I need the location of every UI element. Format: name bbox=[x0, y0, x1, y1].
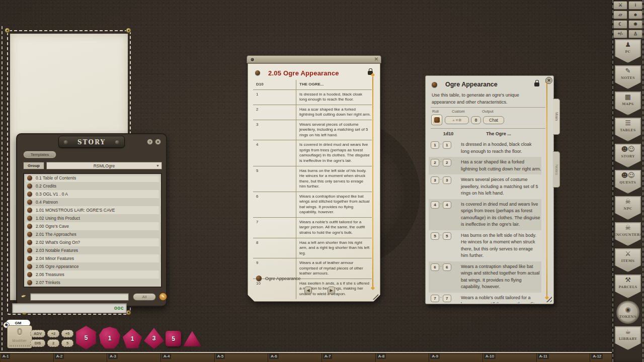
story-list-item[interactable]: 2.06 Treasures bbox=[24, 270, 161, 279]
quick-button-5[interactable]: 5 bbox=[61, 339, 73, 347]
story-list-item[interactable]: 2.01 The Approaches bbox=[24, 230, 161, 238]
story-list-item[interactable]: 0.4 Patreon bbox=[24, 198, 161, 206]
story-list-item[interactable]: 2.00 Ogre's Cave bbox=[24, 222, 161, 230]
hotkey-slot[interactable]: A-3 bbox=[107, 353, 161, 362]
hotkey-slot[interactable]: A-11 bbox=[537, 353, 591, 362]
d8-die[interactable]: 3 bbox=[144, 328, 164, 349]
edit-button[interactable]: ✎ bbox=[159, 293, 167, 301]
sidebar-button-tokens[interactable]: ◉TOKENS bbox=[616, 301, 639, 324]
range-to-chip[interactable]: 1 bbox=[443, 141, 451, 149]
hotkey-slot[interactable]: A-10 bbox=[483, 353, 537, 362]
ooc-mode-tag[interactable]: ooc bbox=[114, 305, 124, 311]
d6-die[interactable]: 5 bbox=[166, 331, 181, 346]
previous-page-button[interactable]: ◀ bbox=[304, 287, 312, 294]
hotkey-slot[interactable]: A-7 bbox=[322, 353, 376, 362]
help-button[interactable]: ? bbox=[147, 139, 153, 145]
table-row[interactable]: 5-5Has burns on the left side of his bod… bbox=[429, 230, 541, 261]
link-sphere-icon[interactable] bbox=[432, 82, 437, 87]
d20-die[interactable]: 5 bbox=[74, 326, 98, 349]
hotkey-slot[interactable]: A-5 bbox=[215, 353, 269, 362]
character-button[interactable]: ♙ bbox=[628, 30, 642, 38]
custom-dice-buttons[interactable]: ▲■⬟ bbox=[445, 116, 469, 124]
next-page-button[interactable]: ▶ bbox=[328, 287, 335, 294]
resize-grip[interactable] bbox=[371, 293, 378, 300]
range-to-chip[interactable]: 2 bbox=[443, 159, 451, 166]
quick-button-plus5[interactable]: +5 bbox=[61, 330, 73, 337]
range-to-chip[interactable]: 7 bbox=[443, 295, 451, 302]
sidebar-button-parcels[interactable]: ⚒PARCELS bbox=[615, 275, 641, 298]
hotkey-slot[interactable]: A-2 bbox=[54, 353, 108, 362]
story-list-item[interactable]: 2.03 Notable Features bbox=[24, 246, 161, 254]
story-list-item[interactable]: 1.01 MONSTROUS LAIR: OGRE'S CAVE bbox=[24, 206, 161, 214]
table-row[interactable]: 6-6Wears a contraption shaped like bat w… bbox=[429, 261, 541, 293]
story-list-item[interactable]: 2.05 Ogre Appearance bbox=[24, 262, 161, 270]
templates-button[interactable]: Templates bbox=[23, 151, 56, 158]
table-row[interactable]: 1-1Is dressed in a hooded, black cloak l… bbox=[429, 139, 541, 157]
story-list-item[interactable]: 2.02 What's Going On? bbox=[24, 238, 161, 246]
sidebar-button-items[interactable]: ⚔ITEMS bbox=[615, 248, 641, 272]
party-info-button[interactable]: i bbox=[628, 1, 642, 10]
sidebar-button-encounters[interactable]: ☠ENCOUNTERS bbox=[615, 222, 641, 246]
hotkey-slot[interactable]: A-1 bbox=[0, 353, 54, 362]
crossed-swords-button[interactable]: ⚔ bbox=[613, 1, 627, 10]
roll-dice-button[interactable] bbox=[431, 115, 442, 125]
quick-button-dis[interactable]: DIS bbox=[30, 339, 45, 347]
close-button[interactable]: ✕ bbox=[545, 77, 552, 84]
chat-input[interactable]: ooc bbox=[12, 303, 127, 313]
story-list-item[interactable]: 2.07 Trinkets bbox=[24, 279, 161, 287]
range-from-chip[interactable]: 6 bbox=[431, 263, 439, 271]
settings-gear-button[interactable]: ✹ bbox=[628, 20, 642, 29]
d4-die[interactable] bbox=[183, 330, 201, 347]
range-from-chip[interactable]: 3 bbox=[431, 176, 439, 184]
filter-all-button[interactable]: All bbox=[133, 293, 156, 301]
map-pointer-button[interactable]: ▱ bbox=[613, 11, 627, 19]
custom-modifier-value[interactable]: 0 bbox=[471, 116, 481, 124]
output-chat-button[interactable]: Chat bbox=[483, 116, 504, 124]
sidebar-button-story[interactable]: ☻☺STORY bbox=[615, 144, 641, 167]
hotkey-slot[interactable]: A-6 bbox=[268, 353, 322, 362]
group-dropdown[interactable]: RSMLOgre ▼ bbox=[46, 162, 162, 169]
d10-die[interactable]: 1 bbox=[122, 328, 142, 349]
sidebar-button-quests[interactable]: ☻☺QUESTS bbox=[615, 170, 641, 194]
link-sphere-icon[interactable] bbox=[255, 70, 260, 75]
window-handle-icon[interactable] bbox=[250, 57, 255, 62]
d12-die[interactable]: 1 bbox=[99, 327, 121, 349]
hotkey-slot[interactable]: A-8 bbox=[376, 353, 430, 362]
range-from-chip[interactable]: 5 bbox=[431, 232, 439, 240]
hotkey-slot[interactable]: A-4 bbox=[161, 353, 215, 362]
range-from-chip[interactable]: 7 bbox=[431, 295, 439, 302]
table-row[interactable]: 3-3Wears several pieces of costume jewel… bbox=[429, 174, 541, 199]
lock-icon[interactable] bbox=[534, 82, 539, 86]
search-input[interactable] bbox=[30, 293, 129, 301]
sidebar-button-notes[interactable]: ✎NOTES bbox=[615, 65, 641, 89]
range-to-chip[interactable]: 3 bbox=[443, 176, 451, 184]
plus-minus-button[interactable]: +/- bbox=[613, 30, 627, 38]
tab-main[interactable]: Main bbox=[553, 99, 560, 135]
quick-button-2[interactable]: 2 bbox=[47, 339, 59, 347]
range-to-chip[interactable]: 4 bbox=[443, 201, 451, 209]
close-icon[interactable]: ✕ bbox=[373, 56, 379, 62]
sidebar-button-library[interactable]: ☕LIBRARY bbox=[615, 326, 641, 350]
sidebar-button-tables[interactable]: ☰TABLES bbox=[615, 118, 641, 141]
range-from-chip[interactable]: 2 bbox=[431, 159, 439, 166]
quick-button-plus2[interactable]: +2 bbox=[47, 330, 59, 337]
range-from-chip[interactable]: 4 bbox=[431, 201, 439, 209]
table-row[interactable]: 4-4Is covered in dried mud and wears liv… bbox=[429, 199, 541, 230]
tab-notes[interactable]: Notes bbox=[553, 151, 560, 188]
sidebar-button-pc[interactable]: ♟PC bbox=[615, 39, 641, 63]
table-window-header[interactable]: Ogre Appearance bbox=[432, 80, 539, 89]
story-list-item[interactable]: 0.2 Credits bbox=[24, 182, 161, 190]
range-from-chip[interactable]: 1 bbox=[431, 141, 439, 149]
story-list-item[interactable]: 2.04 Minor Features bbox=[24, 254, 161, 262]
table-row[interactable]: 7-7Wears a noble's outfit tailored for a… bbox=[429, 293, 541, 304]
hotkey-slot[interactable]: A-9 bbox=[429, 353, 483, 362]
scroll-anchor-decoration[interactable] bbox=[372, 77, 373, 287]
quick-button-adv[interactable]: ADV bbox=[30, 330, 45, 337]
story-window-title[interactable]: STORY bbox=[58, 136, 125, 148]
footer-table-link[interactable]: Ogre Appearance bbox=[256, 276, 301, 281]
range-to-chip[interactable]: 6 bbox=[443, 263, 451, 271]
sidebar-button-maps[interactable]: ▦MAPS bbox=[615, 92, 641, 115]
moon-phase-button[interactable]: ☾ bbox=[613, 20, 627, 29]
story-list-item[interactable]: 0.3 OGL V1 . 0 A bbox=[24, 190, 161, 198]
page-window-titlebar[interactable]: ✕ bbox=[247, 55, 381, 63]
